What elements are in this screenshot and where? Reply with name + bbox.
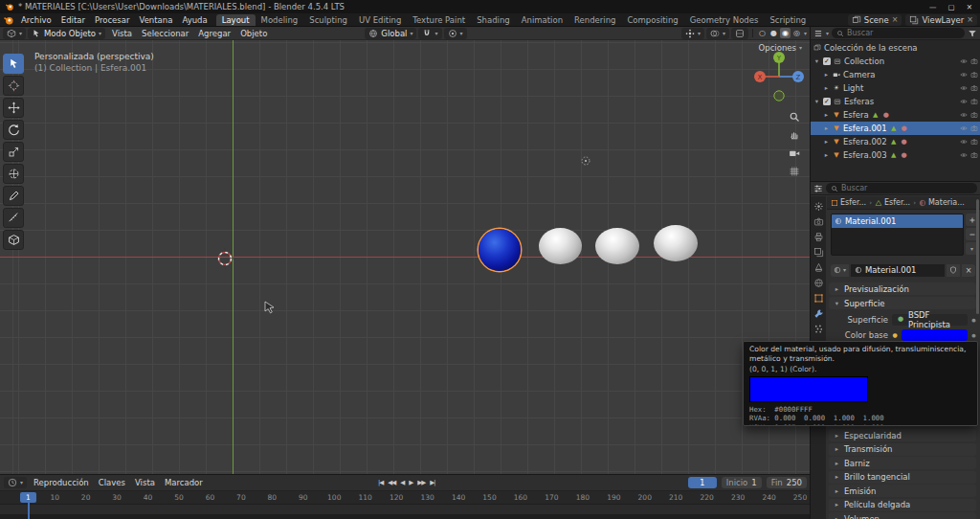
viewport-menu-seleccionar[interactable]: Seleccionar [137,28,193,39]
eye-icon[interactable] [960,151,968,159]
editor-type-button[interactable]: ▾ [3,28,26,39]
jump-to-start-button[interactable]: |◀ [376,477,385,488]
shading-solid-icon[interactable]: ● [768,28,779,38]
ortho-grid-icon[interactable] [789,166,800,177]
tool-select-box-button[interactable] [3,54,24,74]
timeline-menu-marcador[interactable]: Marcador [160,477,208,488]
eye-icon[interactable] [960,71,968,79]
expand-arrow-icon[interactable]: ▾ [813,57,820,65]
workspace-tab-rendering[interactable]: Rendering [568,14,621,26]
navigation-gizmo[interactable]: Y X Z [752,50,806,103]
section-pel-cula-delgada[interactable]: ▸Película delgada [829,499,976,511]
timeline-ruler[interactable]: 1 11020304050607080901001101201301401501… [0,491,810,519]
tool-add-cube-button[interactable] [3,230,24,250]
properties-scrollbar[interactable] [976,199,979,314]
outliner-row-camera[interactable]: ▸Camera [811,68,980,81]
material-name-field[interactable]: Material.001 [851,264,945,277]
render-camera-icon[interactable] [970,138,978,146]
expand-arrow-icon[interactable]: ▸ [823,138,830,146]
render-camera-icon[interactable] [970,98,978,105]
eye-icon[interactable] [960,98,968,105]
viewlayer-selector[interactable]: ViewLayer × [905,14,977,26]
maximize-button[interactable]: ▢ [948,3,955,11]
scene-selector[interactable]: Scene × [848,14,902,26]
shading-rendered-icon[interactable]: ◎ [791,28,802,38]
fake-user-button[interactable] [947,264,960,277]
breadcrumb-item-2[interactable]: Materia... [919,198,965,207]
section-volumen[interactable]: ▸Volumen [829,512,976,519]
filter-icon[interactable] [968,29,977,38]
previous-keyframe-button[interactable]: ◀◀ [386,477,397,488]
eye-icon[interactable] [960,111,968,119]
overlays-toggle[interactable]: ▾ [706,28,729,39]
eye-icon[interactable] [960,84,968,92]
tool-rotate-button[interactable] [3,120,24,140]
xray-toggle[interactable] [731,28,748,39]
properties-tab-scene[interactable] [811,260,826,275]
tool-transform-button[interactable] [3,164,24,184]
render-camera-icon[interactable] [970,71,978,79]
viewlayer-unlink-icon[interactable]: × [967,15,973,24]
workspace-tab-texture-paint[interactable]: Texture Paint [407,14,471,26]
expand-arrow-icon[interactable]: ▸ [823,151,830,159]
outliner-row-light[interactable]: ▸☀Light [811,81,980,95]
workspace-tab-modeling[interactable]: Modeling [256,14,304,26]
eye-icon[interactable] [960,138,968,146]
properties-tab-modifiers[interactable] [811,305,826,321]
tool-move-button[interactable] [3,98,24,118]
render-camera-icon[interactable] [970,124,978,132]
outliner-row-esfera[interactable]: ▸▼Esfera▲● [811,108,980,122]
current-frame-field[interactable]: 1 [688,477,717,488]
expand-arrow-icon[interactable]: ▸ [823,111,830,119]
render-camera-icon[interactable] [970,57,978,65]
breadcrumb-item-0[interactable]: Esfer... [831,198,866,207]
outliner-row-colecci-n-de-la-escena[interactable]: Colección de la escena [811,41,980,55]
unlink-material-button[interactable]: × [962,264,975,277]
tool-annotate-button[interactable] [3,186,24,206]
section-brillo-tangencial[interactable]: ▸Brillo tangencial [829,471,976,484]
jump-to-end-button[interactable]: ▶| [428,477,436,488]
frame-start-field[interactable]: Inicio 1 [722,477,762,488]
outliner-editor-icon[interactable] [813,29,823,38]
material-slot-list[interactable]: Material.001 [831,214,964,256]
camera-view-icon[interactable] [789,147,800,159]
menu-procesar[interactable]: Procesar [90,14,135,26]
animate-decorator-icon[interactable]: ● [971,317,976,323]
scene-unlink-icon[interactable]: × [892,15,899,24]
outliner-display-mode-icon[interactable]: ▾ [826,31,829,36]
shading-wireframe-icon[interactable]: ○ [757,28,768,38]
outliner-row-collection[interactable]: ▾✓Collection [811,55,980,68]
viewport-canvas[interactable]: Opciones ▾ Personalizada (perspectiva) (… [0,40,810,474]
timeline-track[interactable] [0,504,810,514]
viewport-3d[interactable]: ▾ Modo Objeto ▾ VistaSeleccionarAgregarO… [0,27,810,474]
menu-editar[interactable]: Editar [56,14,90,26]
render-camera-icon[interactable] [970,84,978,92]
properties-editor-icon[interactable] [813,184,823,193]
blender-logo-icon[interactable] [3,14,14,26]
timeline-editor-type-button[interactable]: ▾ [4,477,27,488]
menu-ventana[interactable]: Ventana [134,14,177,26]
properties-tab-render[interactable] [811,214,826,229]
play-reverse-button[interactable]: ◀ [398,477,406,488]
timeline-menu-reproducci-n[interactable]: Reproducción [29,477,94,488]
workspace-tab-compositing[interactable]: Compositing [621,14,683,26]
mode-selector[interactable]: Modo Objeto ▾ [28,28,105,39]
render-camera-icon[interactable] [970,111,978,119]
gizmos-toggle[interactable]: ▾ [681,28,704,39]
section-especularidad[interactable]: ▸Especularidad [829,429,976,441]
playhead[interactable]: 1 [20,492,36,503]
viewport-menu-objeto[interactable]: Objeto [235,28,272,39]
checkbox-icon[interactable]: ✓ [823,98,831,105]
menu-archivo[interactable]: Archivo [16,14,56,26]
outliner-search[interactable] [832,28,965,38]
properties-search-input[interactable] [841,184,972,192]
outliner-row-esfera-003[interactable]: ▸▼Esfera.003▲● [811,148,980,162]
tool-measure-button[interactable] [3,208,24,228]
section-preview[interactable]: ▸ Previsualización [829,282,976,295]
outliner-search-input[interactable] [847,29,960,37]
animate-decorator-icon[interactable]: ● [971,332,976,338]
expand-arrow-icon[interactable]: ▸ [823,71,830,79]
play-button[interactable]: ▶ [407,477,414,488]
expand-arrow-icon[interactable]: ▸ [823,84,830,92]
close-button[interactable]: ✕ [967,3,972,11]
